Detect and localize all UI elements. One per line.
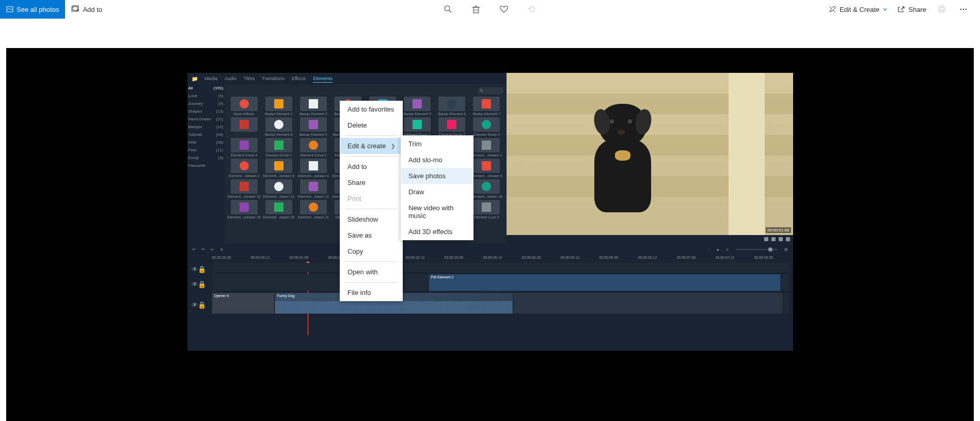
photos-icon (6, 6, 13, 13)
add-to-label: Add to (83, 6, 102, 13)
favorite-button[interactable] (498, 3, 510, 15)
print-button (936, 3, 948, 15)
svg-point-16 (963, 9, 964, 10)
more-icon (959, 5, 968, 14)
share-button[interactable]: Share (897, 5, 926, 13)
chevron-down-icon (882, 7, 888, 12)
more-button[interactable] (957, 3, 970, 15)
see-all-photos-label: See all photos (17, 6, 59, 13)
toolbar-right: Edit & Create Share (828, 0, 980, 19)
svg-rect-12 (940, 6, 944, 8)
zoom-button[interactable] (442, 3, 454, 15)
svg-point-17 (966, 9, 967, 10)
edit-create-button[interactable]: Edit & Create (828, 5, 888, 13)
edit-create-icon (828, 5, 836, 13)
see-all-photos-button[interactable]: See all photos (0, 0, 65, 19)
zoom-icon (444, 5, 453, 14)
toolbar-center (442, 0, 538, 19)
trash-icon (471, 5, 481, 14)
rotate-button (526, 3, 538, 15)
share-label: Share (908, 6, 926, 13)
edit-create-label: Edit & Create (840, 6, 879, 13)
svg-point-15 (960, 9, 961, 10)
svg-line-6 (449, 10, 451, 12)
share-icon (897, 5, 905, 13)
rotate-icon (527, 5, 536, 14)
svg-rect-7 (473, 7, 479, 13)
add-to-icon (71, 5, 80, 13)
svg-point-5 (445, 6, 450, 11)
add-to-button[interactable]: Add to (65, 0, 108, 19)
delete-button[interactable] (470, 3, 482, 15)
app-toolbar: See all photos Add to Edit & Create (0, 0, 980, 19)
toolbar-left: See all photos Add to (0, 0, 108, 19)
print-icon (937, 5, 946, 14)
heart-icon (499, 5, 509, 14)
